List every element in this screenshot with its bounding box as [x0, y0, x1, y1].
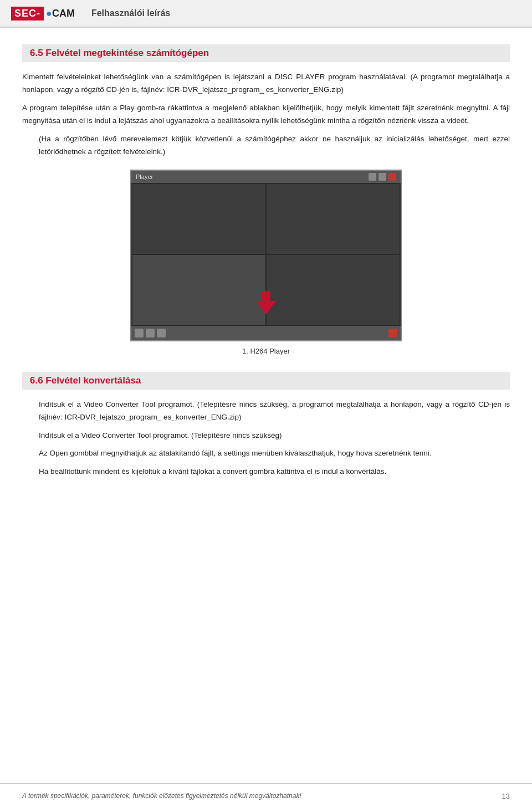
svg-marker-0 [256, 291, 276, 314]
section-66: 6.6 Felvétel konvertálása Indítsuk el a … [22, 372, 510, 479]
player-image-container: Player [127, 170, 405, 355]
player-titlebar: Player [131, 171, 401, 183]
footer: A termék specifikációk, paraméterek, fun… [0, 783, 532, 808]
player-cell-bottom-right [267, 255, 400, 325]
section-65-para2: A program telepítése után a Play gomb-ra… [22, 102, 510, 127]
section-66-para3: Az Open gombbal megnyithatjuk az átalakí… [39, 447, 510, 460]
minimize-btn[interactable] [369, 173, 376, 181]
player-title-text: Player [136, 173, 153, 180]
player-mockup: Player [130, 170, 402, 341]
section-65-para1: Kimentett felvételeinket lehetőségünk va… [22, 71, 510, 96]
logo-cam: ●CAM [46, 8, 75, 19]
header: SEC- ●CAM Felhasználói leírás [0, 0, 532, 28]
section-66-para1: Indítsuk el a Video Converter Tool progr… [39, 398, 510, 424]
maximize-btn[interactable] [378, 173, 386, 181]
player-controls [369, 173, 396, 181]
image-caption: 1. H264 Player [242, 347, 290, 355]
section-66-heading: 6.6 Felvétel konvertálása [30, 375, 504, 386]
close-btn[interactable] [388, 173, 396, 181]
page-content: 6.5 Felvétel megtekintése számítógépen K… [0, 28, 532, 517]
section-66-para2: Indítsuk el a Video Converter Tool progr… [39, 429, 510, 442]
footer-disclaimer: A termék specifikációk, paraméterek, fun… [22, 792, 301, 800]
toolbar-btn-2[interactable] [146, 329, 155, 337]
footer-page-number: 13 [502, 792, 510, 800]
toolbar-btn-4[interactable] [388, 329, 397, 337]
logo: SEC- ●CAM [11, 7, 75, 21]
toolbar-btn-3[interactable] [157, 329, 166, 337]
section-65-heading: 6.5 Felvétel megtekintése számítógépen [30, 48, 504, 59]
toolbar-btn-1[interactable] [135, 329, 144, 337]
down-arrow-icon [256, 293, 276, 313]
logo-sec: SEC- [11, 7, 44, 21]
section-65-para3: (Ha a rögzítőben lévő merevelemezt kötjü… [39, 133, 510, 158]
section-66-para4: Ha beállítottunk mindent és kijelöltük a… [39, 466, 510, 478]
player-cell-bottom-left [132, 255, 265, 325]
player-cell-top-left [132, 184, 265, 254]
section-65-heading-row: 6.5 Felvétel megtekintése számítógépen [22, 44, 510, 62]
down-arrow-container [256, 293, 276, 313]
section-66-heading-row: 6.6 Felvétel konvertálása [22, 372, 510, 390]
player-toolbar [131, 326, 401, 340]
header-title: Felhasználói leírás [91, 8, 170, 18]
player-cell-top-right [267, 184, 400, 254]
